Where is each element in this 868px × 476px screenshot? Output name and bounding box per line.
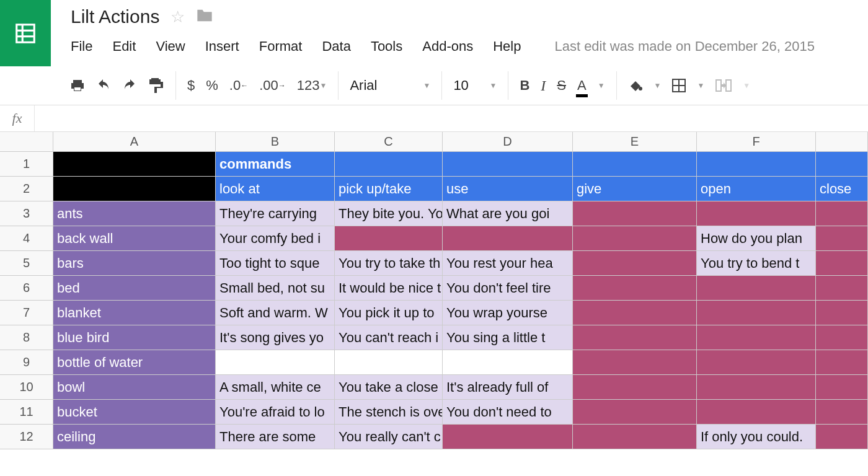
- cell-A6[interactable]: bed: [53, 276, 216, 300]
- cell-G11[interactable]: [816, 400, 868, 424]
- menu-help[interactable]: Help: [493, 38, 521, 55]
- merge-cells-button[interactable]: [715, 79, 732, 92]
- row-head-9[interactable]: 9: [0, 350, 53, 374]
- cell-B11[interactable]: You're afraid to lo: [216, 400, 335, 424]
- number-format-dropdown[interactable]: 123 ▼: [297, 77, 327, 94]
- cell-B4[interactable]: Your comfy bed i: [216, 226, 335, 250]
- cell-G10[interactable]: [816, 375, 868, 399]
- cell-C6[interactable]: It would be nice t: [335, 276, 443, 300]
- menu-edit[interactable]: Edit: [112, 38, 136, 55]
- cell-C10[interactable]: You take a close: [335, 375, 443, 399]
- cell-E10[interactable]: [573, 375, 697, 399]
- cell-G3[interactable]: [816, 201, 868, 226]
- decrease-decimal-button[interactable]: .0←: [229, 77, 248, 94]
- col-head-E[interactable]: E: [573, 132, 697, 151]
- menu-tools[interactable]: Tools: [371, 38, 402, 55]
- row-head-3[interactable]: 3: [0, 201, 53, 226]
- text-color-caret[interactable]: ▼: [598, 81, 605, 90]
- font-size-dropdown[interactable]: 10▼: [453, 77, 497, 94]
- undo-icon[interactable]: [96, 79, 111, 92]
- cell-B8[interactable]: It's song gives yo: [216, 325, 335, 350]
- col-head-C[interactable]: C: [335, 132, 443, 151]
- cell-A5[interactable]: bars: [53, 251, 216, 275]
- cell-C5[interactable]: You try to take th: [335, 251, 443, 275]
- cell-D3[interactable]: What are you goi: [443, 201, 573, 226]
- cell-D5[interactable]: You rest your hea: [443, 251, 573, 275]
- menu-insert[interactable]: Insert: [205, 38, 239, 55]
- menu-view[interactable]: View: [156, 38, 185, 55]
- sheets-logo[interactable]: [0, 0, 51, 66]
- cell-D4[interactable]: [443, 226, 573, 250]
- cell-C4[interactable]: [335, 226, 443, 250]
- cell-F8[interactable]: [697, 325, 816, 350]
- cell-E2[interactable]: give: [573, 177, 697, 201]
- cell-D10[interactable]: It's already full of: [443, 375, 573, 399]
- row-head-7[interactable]: 7: [0, 301, 53, 325]
- borders-caret[interactable]: ▼: [697, 81, 704, 90]
- cell-B7[interactable]: Soft and warm. W: [216, 301, 335, 325]
- cell-F1[interactable]: [697, 152, 816, 176]
- cell-F5[interactable]: You try to bend t: [697, 251, 816, 275]
- cell-G4[interactable]: [816, 226, 868, 250]
- cell-D9[interactable]: [443, 350, 573, 374]
- cell-G6[interactable]: [816, 276, 868, 300]
- cell-C11[interactable]: The stench is ove: [335, 400, 443, 424]
- cell-A9[interactable]: bottle of water: [53, 350, 216, 374]
- cell-B3[interactable]: They're carrying: [216, 201, 335, 226]
- cell-D12[interactable]: [443, 425, 573, 449]
- cell-A2[interactable]: [53, 177, 216, 201]
- menu-file[interactable]: File: [71, 38, 92, 55]
- cell-E6[interactable]: [573, 276, 697, 300]
- format-currency-button[interactable]: $: [187, 77, 195, 94]
- col-head-D[interactable]: D: [443, 132, 573, 151]
- doc-title[interactable]: Lilt Actions: [71, 6, 159, 27]
- cell-F2[interactable]: open: [697, 177, 816, 201]
- row-head-8[interactable]: 8: [0, 325, 53, 350]
- cell-B1[interactable]: commands: [216, 152, 335, 176]
- col-head-A[interactable]: A: [53, 132, 216, 151]
- cell-F12[interactable]: If only you could.: [697, 425, 816, 449]
- cell-G7[interactable]: [816, 301, 868, 325]
- cell-D7[interactable]: You wrap yourse: [443, 301, 573, 325]
- col-head-F[interactable]: F: [697, 132, 816, 151]
- cell-G2[interactable]: close: [816, 177, 868, 201]
- cell-A12[interactable]: ceiling: [53, 425, 216, 449]
- cell-G1[interactable]: [816, 152, 868, 176]
- cell-F6[interactable]: [697, 276, 816, 300]
- row-head-10[interactable]: 10: [0, 375, 53, 399]
- formula-input[interactable]: [35, 105, 868, 131]
- print-icon[interactable]: [70, 79, 85, 92]
- row-head-2[interactable]: 2: [0, 177, 53, 201]
- cell-E4[interactable]: [573, 226, 697, 250]
- menu-format[interactable]: Format: [259, 38, 303, 55]
- italic-button[interactable]: I: [541, 77, 546, 94]
- cell-E12[interactable]: [573, 425, 697, 449]
- last-edit-text[interactable]: Last edit was made on December 26, 2015: [554, 38, 814, 55]
- row-head-12[interactable]: 12: [0, 425, 53, 449]
- bold-button[interactable]: B: [520, 77, 529, 94]
- row-head-6[interactable]: 6: [0, 276, 53, 300]
- cell-B9[interactable]: [216, 350, 335, 374]
- paint-format-icon[interactable]: [148, 78, 164, 93]
- cell-E3[interactable]: [573, 201, 697, 226]
- cell-G12[interactable]: [816, 425, 868, 449]
- row-head-1[interactable]: 1: [0, 152, 53, 176]
- cell-E1[interactable]: [573, 152, 697, 176]
- cell-B10[interactable]: A small, white ce: [216, 375, 335, 399]
- cell-D6[interactable]: You don't feel tire: [443, 276, 573, 300]
- cell-F10[interactable]: [697, 375, 816, 399]
- cell-E8[interactable]: [573, 325, 697, 350]
- cell-F11[interactable]: [697, 400, 816, 424]
- cell-E9[interactable]: [573, 350, 697, 374]
- cell-A3[interactable]: ants: [53, 201, 216, 226]
- redo-icon[interactable]: [122, 79, 137, 92]
- format-percent-button[interactable]: %: [206, 77, 218, 94]
- font-family-dropdown[interactable]: Arial▼: [350, 77, 430, 94]
- strikethrough-button[interactable]: S: [557, 77, 566, 94]
- star-icon[interactable]: ☆: [170, 7, 185, 27]
- cell-F4[interactable]: How do you plan: [697, 226, 816, 250]
- merge-cells-caret[interactable]: ▼: [743, 81, 750, 90]
- cell-F7[interactable]: [697, 301, 816, 325]
- cell-G8[interactable]: [816, 325, 868, 350]
- borders-button[interactable]: [672, 79, 686, 92]
